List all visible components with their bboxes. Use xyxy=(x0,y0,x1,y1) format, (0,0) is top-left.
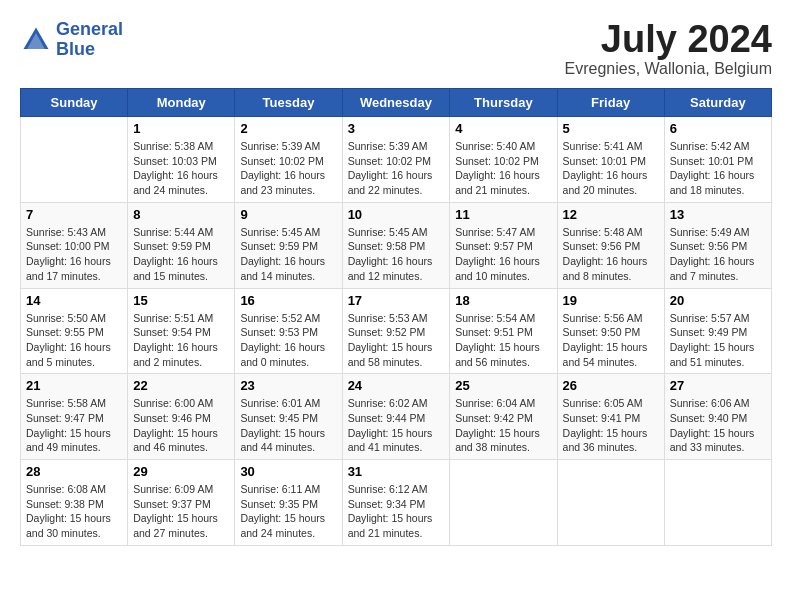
day-number: 28 xyxy=(26,464,122,479)
day-number: 31 xyxy=(348,464,445,479)
calendar-cell: 7Sunrise: 5:43 AM Sunset: 10:00 PM Dayli… xyxy=(21,202,128,288)
calendar-cell: 19Sunrise: 5:56 AM Sunset: 9:50 PM Dayli… xyxy=(557,288,664,374)
day-info: Sunrise: 5:39 AM Sunset: 10:02 PM Daylig… xyxy=(240,139,336,198)
day-info: Sunrise: 5:43 AM Sunset: 10:00 PM Daylig… xyxy=(26,225,122,284)
location-subtitle: Evregnies, Wallonia, Belgium xyxy=(565,60,773,78)
day-number: 29 xyxy=(133,464,229,479)
day-of-week-thursday: Thursday xyxy=(450,89,557,117)
day-info: Sunrise: 5:47 AM Sunset: 9:57 PM Dayligh… xyxy=(455,225,551,284)
calendar-cell: 1Sunrise: 5:38 AM Sunset: 10:03 PM Dayli… xyxy=(128,117,235,203)
calendar-cell: 29Sunrise: 6:09 AM Sunset: 9:37 PM Dayli… xyxy=(128,460,235,546)
day-number: 13 xyxy=(670,207,766,222)
calendar-cell: 14Sunrise: 5:50 AM Sunset: 9:55 PM Dayli… xyxy=(21,288,128,374)
day-info: Sunrise: 6:04 AM Sunset: 9:42 PM Dayligh… xyxy=(455,396,551,455)
day-of-week-friday: Friday xyxy=(557,89,664,117)
day-info: Sunrise: 5:45 AM Sunset: 9:59 PM Dayligh… xyxy=(240,225,336,284)
day-number: 24 xyxy=(348,378,445,393)
day-number: 26 xyxy=(563,378,659,393)
calendar-cell: 27Sunrise: 6:06 AM Sunset: 9:40 PM Dayli… xyxy=(664,374,771,460)
calendar-cell: 11Sunrise: 5:47 AM Sunset: 9:57 PM Dayli… xyxy=(450,202,557,288)
logo-icon xyxy=(20,24,52,56)
calendar-cell: 6Sunrise: 5:42 AM Sunset: 10:01 PM Dayli… xyxy=(664,117,771,203)
day-number: 10 xyxy=(348,207,445,222)
day-info: Sunrise: 5:56 AM Sunset: 9:50 PM Dayligh… xyxy=(563,311,659,370)
day-number: 1 xyxy=(133,121,229,136)
calendar-table: SundayMondayTuesdayWednesdayThursdayFrid… xyxy=(20,88,772,546)
logo: General Blue xyxy=(20,20,123,60)
header-row: SundayMondayTuesdayWednesdayThursdayFrid… xyxy=(21,89,772,117)
page-header: General Blue July 2024 Evregnies, Wallon… xyxy=(20,20,772,78)
calendar-cell: 30Sunrise: 6:11 AM Sunset: 9:35 PM Dayli… xyxy=(235,460,342,546)
calendar-body: 1Sunrise: 5:38 AM Sunset: 10:03 PM Dayli… xyxy=(21,117,772,546)
day-info: Sunrise: 5:52 AM Sunset: 9:53 PM Dayligh… xyxy=(240,311,336,370)
day-info: Sunrise: 5:42 AM Sunset: 10:01 PM Daylig… xyxy=(670,139,766,198)
day-number: 2 xyxy=(240,121,336,136)
day-info: Sunrise: 5:44 AM Sunset: 9:59 PM Dayligh… xyxy=(133,225,229,284)
day-info: Sunrise: 6:00 AM Sunset: 9:46 PM Dayligh… xyxy=(133,396,229,455)
day-number: 27 xyxy=(670,378,766,393)
calendar-cell: 24Sunrise: 6:02 AM Sunset: 9:44 PM Dayli… xyxy=(342,374,450,460)
day-info: Sunrise: 6:01 AM Sunset: 9:45 PM Dayligh… xyxy=(240,396,336,455)
week-row-4: 21Sunrise: 5:58 AM Sunset: 9:47 PM Dayli… xyxy=(21,374,772,460)
calendar-cell: 18Sunrise: 5:54 AM Sunset: 9:51 PM Dayli… xyxy=(450,288,557,374)
calendar-cell: 3Sunrise: 5:39 AM Sunset: 10:02 PM Dayli… xyxy=(342,117,450,203)
day-number: 23 xyxy=(240,378,336,393)
calendar-cell: 21Sunrise: 5:58 AM Sunset: 9:47 PM Dayli… xyxy=(21,374,128,460)
day-info: Sunrise: 5:54 AM Sunset: 9:51 PM Dayligh… xyxy=(455,311,551,370)
calendar-cell: 2Sunrise: 5:39 AM Sunset: 10:02 PM Dayli… xyxy=(235,117,342,203)
logo-text: General Blue xyxy=(56,20,123,60)
day-number: 8 xyxy=(133,207,229,222)
day-number: 5 xyxy=(563,121,659,136)
day-info: Sunrise: 5:51 AM Sunset: 9:54 PM Dayligh… xyxy=(133,311,229,370)
day-of-week-sunday: Sunday xyxy=(21,89,128,117)
day-number: 11 xyxy=(455,207,551,222)
day-info: Sunrise: 5:38 AM Sunset: 10:03 PM Daylig… xyxy=(133,139,229,198)
week-row-1: 1Sunrise: 5:38 AM Sunset: 10:03 PM Dayli… xyxy=(21,117,772,203)
day-info: Sunrise: 6:09 AM Sunset: 9:37 PM Dayligh… xyxy=(133,482,229,541)
calendar-cell: 8Sunrise: 5:44 AM Sunset: 9:59 PM Daylig… xyxy=(128,202,235,288)
calendar-cell: 23Sunrise: 6:01 AM Sunset: 9:45 PM Dayli… xyxy=(235,374,342,460)
calendar-cell: 20Sunrise: 5:57 AM Sunset: 9:49 PM Dayli… xyxy=(664,288,771,374)
day-number: 19 xyxy=(563,293,659,308)
day-number: 21 xyxy=(26,378,122,393)
calendar-cell xyxy=(450,460,557,546)
day-number: 22 xyxy=(133,378,229,393)
day-info: Sunrise: 5:57 AM Sunset: 9:49 PM Dayligh… xyxy=(670,311,766,370)
logo-blue: Blue xyxy=(56,39,95,59)
calendar-cell: 13Sunrise: 5:49 AM Sunset: 9:56 PM Dayli… xyxy=(664,202,771,288)
day-number: 18 xyxy=(455,293,551,308)
calendar-cell: 5Sunrise: 5:41 AM Sunset: 10:01 PM Dayli… xyxy=(557,117,664,203)
day-number: 20 xyxy=(670,293,766,308)
week-row-5: 28Sunrise: 6:08 AM Sunset: 9:38 PM Dayli… xyxy=(21,460,772,546)
day-number: 25 xyxy=(455,378,551,393)
day-info: Sunrise: 5:40 AM Sunset: 10:02 PM Daylig… xyxy=(455,139,551,198)
day-of-week-wednesday: Wednesday xyxy=(342,89,450,117)
day-of-week-tuesday: Tuesday xyxy=(235,89,342,117)
day-info: Sunrise: 5:53 AM Sunset: 9:52 PM Dayligh… xyxy=(348,311,445,370)
day-info: Sunrise: 6:02 AM Sunset: 9:44 PM Dayligh… xyxy=(348,396,445,455)
calendar-cell: 16Sunrise: 5:52 AM Sunset: 9:53 PM Dayli… xyxy=(235,288,342,374)
calendar-cell: 10Sunrise: 5:45 AM Sunset: 9:58 PM Dayli… xyxy=(342,202,450,288)
day-info: Sunrise: 5:49 AM Sunset: 9:56 PM Dayligh… xyxy=(670,225,766,284)
day-info: Sunrise: 5:41 AM Sunset: 10:01 PM Daylig… xyxy=(563,139,659,198)
day-number: 30 xyxy=(240,464,336,479)
day-info: Sunrise: 5:48 AM Sunset: 9:56 PM Dayligh… xyxy=(563,225,659,284)
title-area: July 2024 Evregnies, Wallonia, Belgium xyxy=(565,20,773,78)
week-row-3: 14Sunrise: 5:50 AM Sunset: 9:55 PM Dayli… xyxy=(21,288,772,374)
month-year-title: July 2024 xyxy=(565,20,773,58)
day-number: 4 xyxy=(455,121,551,136)
day-of-week-saturday: Saturday xyxy=(664,89,771,117)
calendar-cell: 31Sunrise: 6:12 AM Sunset: 9:34 PM Dayli… xyxy=(342,460,450,546)
day-number: 15 xyxy=(133,293,229,308)
day-info: Sunrise: 5:45 AM Sunset: 9:58 PM Dayligh… xyxy=(348,225,445,284)
day-info: Sunrise: 6:05 AM Sunset: 9:41 PM Dayligh… xyxy=(563,396,659,455)
calendar-cell: 15Sunrise: 5:51 AM Sunset: 9:54 PM Dayli… xyxy=(128,288,235,374)
logo-general: General xyxy=(56,19,123,39)
day-number: 3 xyxy=(348,121,445,136)
day-info: Sunrise: 6:11 AM Sunset: 9:35 PM Dayligh… xyxy=(240,482,336,541)
day-info: Sunrise: 5:39 AM Sunset: 10:02 PM Daylig… xyxy=(348,139,445,198)
calendar-cell xyxy=(557,460,664,546)
calendar-cell: 12Sunrise: 5:48 AM Sunset: 9:56 PM Dayli… xyxy=(557,202,664,288)
day-of-week-monday: Monday xyxy=(128,89,235,117)
day-info: Sunrise: 6:12 AM Sunset: 9:34 PM Dayligh… xyxy=(348,482,445,541)
